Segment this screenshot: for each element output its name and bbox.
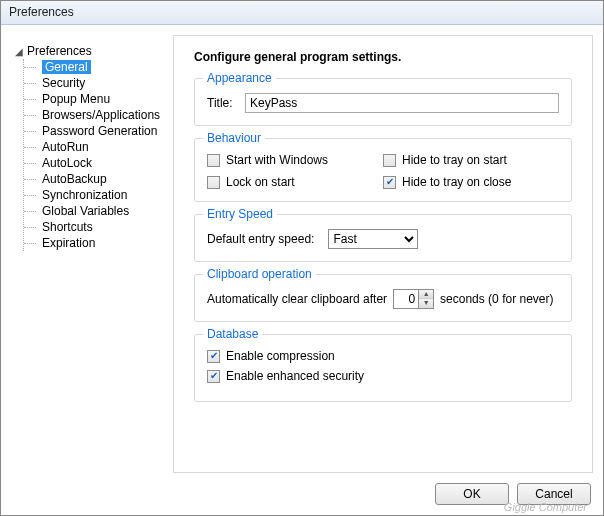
tree-item-label: Browsers/Applications [42, 108, 160, 122]
checkbox-label: Hide to tray on close [402, 175, 511, 189]
content-area: ◢ Preferences GeneralSecurityPopup MenuB… [1, 25, 603, 477]
tree-item-shortcuts[interactable]: Shortcuts [24, 219, 165, 235]
entry-speed-legend: Entry Speed [203, 207, 277, 221]
spinner-up-icon[interactable]: ▲ [419, 290, 433, 299]
clipboard-seconds-spinner[interactable]: ▲ ▼ [393, 289, 434, 309]
checkbox-label: Start with Windows [226, 153, 328, 167]
checkbox-icon [207, 176, 220, 189]
nav-tree: ◢ Preferences GeneralSecurityPopup MenuB… [7, 35, 165, 473]
database-group: Database Enable compression Enable enhan… [194, 334, 572, 402]
appearance-legend: Appearance [203, 71, 276, 85]
hide-tray-start-checkbox[interactable]: Hide to tray on start [383, 153, 559, 167]
checkbox-label: Hide to tray on start [402, 153, 507, 167]
tree-item-autolock[interactable]: AutoLock [24, 155, 165, 171]
enable-enhanced-security-checkbox[interactable]: Enable enhanced security [207, 369, 559, 383]
tree-item-autorun[interactable]: AutoRun [24, 139, 165, 155]
tree-item-synchronization[interactable]: Synchronization [24, 187, 165, 203]
tree-item-label: Synchronization [42, 188, 127, 202]
checkbox-label: Enable enhanced security [226, 369, 364, 383]
tree-item-general[interactable]: General [24, 59, 165, 75]
checkbox-icon [383, 176, 396, 189]
tree-item-label: AutoRun [42, 140, 89, 154]
tree-item-label: Shortcuts [42, 220, 93, 234]
watermark-text: Giggle Computer [504, 501, 587, 513]
tree-item-global-variables[interactable]: Global Variables [24, 203, 165, 219]
clipboard-suffix: seconds (0 for never) [440, 292, 553, 306]
entry-speed-select[interactable]: Fast [328, 229, 418, 249]
database-legend: Database [203, 327, 262, 341]
checkbox-label: Lock on start [226, 175, 295, 189]
preferences-window: Preferences ◢ Preferences GeneralSecurit… [0, 0, 604, 516]
clipboard-prefix: Automatically clear clipboard after [207, 292, 387, 306]
checkbox-label: Enable compression [226, 349, 335, 363]
spinner-down-icon[interactable]: ▼ [419, 299, 433, 308]
tree-item-label: Popup Menu [42, 92, 110, 106]
dialog-footer: OK Cancel Giggle Computer [1, 477, 603, 515]
appearance-group: Appearance Title: [194, 78, 572, 126]
behaviour-group: Behaviour Start with Windows Hide to tra… [194, 138, 572, 202]
checkbox-icon [207, 154, 220, 167]
ok-button[interactable]: OK [435, 483, 509, 505]
spinner-buttons: ▲ ▼ [418, 290, 433, 308]
tree-item-label: AutoLock [42, 156, 92, 170]
tree-item-expiration[interactable]: Expiration [24, 235, 165, 251]
entry-speed-group: Entry Speed Default entry speed: Fast [194, 214, 572, 262]
tree-item-label: Password Generation [42, 124, 157, 138]
tree-item-browsers-applications[interactable]: Browsers/Applications [24, 107, 165, 123]
clipboard-legend: Clipboard operation [203, 267, 316, 281]
clipboard-seconds-input[interactable] [394, 290, 418, 308]
tree-root[interactable]: ◢ Preferences [15, 43, 165, 59]
collapse-arrow-icon[interactable]: ◢ [15, 46, 23, 57]
tree-item-security[interactable]: Security [24, 75, 165, 91]
window-title: Preferences [1, 1, 603, 25]
tree-item-password-generation[interactable]: Password Generation [24, 123, 165, 139]
title-label: Title: [207, 96, 237, 110]
checkbox-icon [207, 350, 220, 363]
tree-item-popup-menu[interactable]: Popup Menu [24, 91, 165, 107]
settings-panel: Configure general program settings. Appe… [173, 35, 593, 473]
tree-children: GeneralSecurityPopup MenuBrowsers/Applic… [23, 59, 165, 251]
tree-item-label: General [42, 60, 91, 74]
entry-speed-label: Default entry speed: [207, 232, 314, 246]
enable-compression-checkbox[interactable]: Enable compression [207, 349, 559, 363]
behaviour-legend: Behaviour [203, 131, 265, 145]
tree-item-label: Security [42, 76, 85, 90]
tree-root-label: Preferences [27, 44, 92, 58]
tree-item-autobackup[interactable]: AutoBackup [24, 171, 165, 187]
tree-item-label: Expiration [42, 236, 95, 250]
start-with-windows-checkbox[interactable]: Start with Windows [207, 153, 383, 167]
tree-item-label: Global Variables [42, 204, 129, 218]
hide-tray-close-checkbox[interactable]: Hide to tray on close [383, 175, 559, 189]
title-input[interactable] [245, 93, 559, 113]
tree-item-label: AutoBackup [42, 172, 107, 186]
page-heading: Configure general program settings. [194, 50, 572, 64]
checkbox-icon [207, 370, 220, 383]
clipboard-group: Clipboard operation Automatically clear … [194, 274, 572, 322]
lock-on-start-checkbox[interactable]: Lock on start [207, 175, 383, 189]
checkbox-icon [383, 154, 396, 167]
